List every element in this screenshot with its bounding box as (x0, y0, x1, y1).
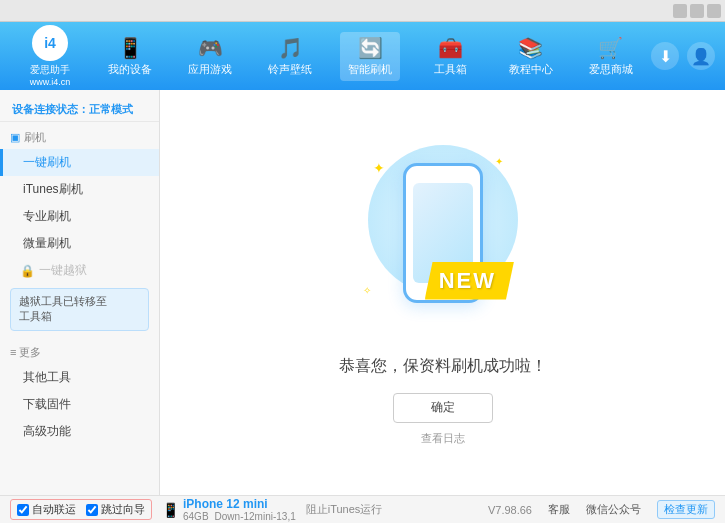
sidebar-item-one-click-flash[interactable]: 一键刷机 (0, 149, 159, 176)
sidebar-item-itunes-flash[interactable]: iTunes刷机 (0, 176, 159, 203)
minimize-button[interactable] (673, 4, 687, 18)
top-nav: i4 爱思助手 www.i4.cn 📱 我的设备 🎮 应用游戏 🎵 铃声壁纸 🔄… (0, 22, 725, 90)
sparkle-1: ✦ (373, 160, 385, 176)
flash-section-icon: ▣ (10, 131, 20, 144)
title-bar (0, 0, 725, 22)
check-update-button[interactable]: 检查更新 (657, 500, 715, 519)
sidebar-item-brush-flash[interactable]: 微量刷机 (0, 230, 159, 257)
toolbox-icon: 🧰 (438, 36, 463, 60)
device-storage: 64GB (183, 511, 209, 522)
ringtones-label: 铃声壁纸 (268, 62, 312, 77)
nav-shop[interactable]: 🛒 爱思商城 (581, 32, 641, 81)
notice-box: 越狱工具已转移至 工具箱 (10, 288, 149, 331)
bottom-bar: 自动联运 跳过向导 📱 iPhone 12 mini 64GB Down-12m… (0, 495, 725, 523)
auto-connect-input[interactable] (17, 504, 29, 516)
device-phone-icon: 📱 (162, 502, 179, 518)
nav-my-device[interactable]: 📱 我的设备 (100, 32, 160, 81)
nav-ringtones[interactable]: 🎵 铃声壁纸 (260, 32, 320, 81)
content-area: NEW ✦ ✦ ✧ 恭喜您，保资料刷机成功啦！ 确定 查看日志 (160, 90, 725, 495)
logo-icon: i4 (32, 25, 68, 61)
nav-items: 📱 我的设备 🎮 应用游戏 🎵 铃声壁纸 🔄 智能刷机 🧰 工具箱 📚 教程中心… (90, 32, 651, 81)
connection-status: 设备连接状态：正常模式 (0, 98, 159, 122)
toolbox-label: 工具箱 (434, 62, 467, 77)
smart-flash-label: 智能刷机 (348, 62, 392, 77)
sidebar-item-advanced[interactable]: 高级功能 (0, 418, 159, 445)
nav-apps-games[interactable]: 🎮 应用游戏 (180, 32, 240, 81)
sparkle-2: ✦ (495, 156, 503, 167)
via-wizard-input[interactable] (86, 504, 98, 516)
ringtones-icon: 🎵 (278, 36, 303, 60)
device-name-row: iPhone 12 mini (183, 497, 296, 511)
nav-toolbox[interactable]: 🧰 工具箱 (421, 32, 481, 81)
customer-service-link[interactable]: 客服 (548, 502, 570, 517)
view-log-link[interactable]: 查看日志 (421, 431, 465, 446)
close-button[interactable] (707, 4, 721, 18)
nav-right: ⬇ 👤 (651, 42, 715, 70)
via-wizard-checkbox[interactable]: 跳过向导 (86, 502, 145, 517)
my-device-label: 我的设备 (108, 62, 152, 77)
main-layout: 设备连接状态：正常模式 ▣ 刷机 一键刷机 iTunes刷机 专业刷机 微量刷机… (0, 90, 725, 495)
more-icon: ≡ (10, 346, 16, 358)
device-model: Down-12mini-13,1 (215, 511, 296, 522)
version-label: V7.98.66 (488, 504, 532, 516)
lock-icon: 🔒 (20, 264, 35, 278)
success-title: 恭喜您，保资料刷机成功啦！ (339, 356, 547, 377)
section-flash-label: ▣ 刷机 (0, 126, 159, 149)
sidebar-item-pro-flash[interactable]: 专业刷机 (0, 203, 159, 230)
success-image: NEW ✦ ✦ ✧ (343, 140, 543, 340)
my-device-icon: 📱 (118, 36, 143, 60)
download-button[interactable]: ⬇ (651, 42, 679, 70)
shop-label: 爱思商城 (589, 62, 633, 77)
nav-smart-flash[interactable]: 🔄 智能刷机 (340, 32, 400, 81)
confirm-button[interactable]: 确定 (393, 393, 493, 423)
new-badge: NEW (425, 262, 514, 300)
sidebar-item-other-tools[interactable]: 其他工具 (0, 364, 159, 391)
logo-area: i4 爱思助手 www.i4.cn (10, 25, 90, 87)
user-button[interactable]: 👤 (687, 42, 715, 70)
tutorials-label: 教程中心 (509, 62, 553, 77)
nav-tutorials[interactable]: 📚 教程中心 (501, 32, 561, 81)
apps-games-label: 应用游戏 (188, 62, 232, 77)
disabled-jailbreak: 🔒 一键越狱 (0, 257, 159, 284)
logo-text: 爱思助手 www.i4.cn (30, 63, 71, 87)
smart-flash-icon: 🔄 (358, 36, 383, 60)
apps-games-icon: 🎮 (198, 36, 223, 60)
device-details-row: 64GB Down-12mini-13,1 (183, 511, 296, 522)
more-section-label: ≡ 更多 (0, 341, 159, 364)
sparkle-3: ✧ (363, 285, 371, 296)
stop-itunes-label: 阻止iTunes运行 (306, 502, 383, 517)
maximize-button[interactable] (690, 4, 704, 18)
bottom-right: V7.98.66 客服 微信公众号 检查更新 (488, 500, 715, 519)
device-info: iPhone 12 mini 64GB Down-12mini-13,1 (183, 497, 296, 522)
shop-icon: 🛒 (598, 36, 623, 60)
wechat-public-link[interactable]: 微信公众号 (586, 502, 641, 517)
device-name: iPhone 12 mini (183, 497, 268, 511)
auto-connect-checkbox[interactable]: 自动联运 (17, 502, 76, 517)
sidebar-item-download-firmware[interactable]: 下载固件 (0, 391, 159, 418)
tutorials-icon: 📚 (518, 36, 543, 60)
sidebar: 设备连接状态：正常模式 ▣ 刷机 一键刷机 iTunes刷机 专业刷机 微量刷机… (0, 90, 160, 495)
checkboxes-group: 自动联运 跳过向导 (10, 499, 152, 520)
